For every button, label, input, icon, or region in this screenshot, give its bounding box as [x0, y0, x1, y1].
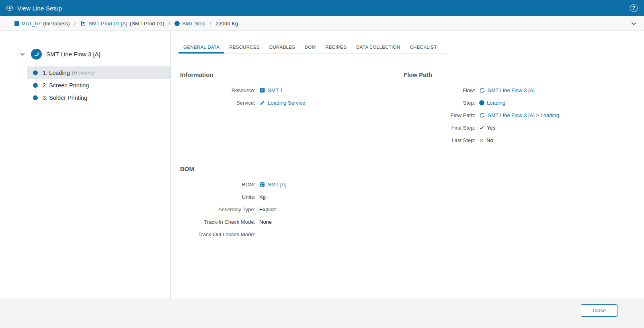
field-label: Units:: [180, 194, 255, 200]
track-in-check-mode-value: None: [259, 219, 272, 225]
tab-strip: GENERAL DATA RESOURCES DURABLES BOM RECI…: [178, 41, 446, 54]
breadcrumb-product-name: (SMT Prod-01): [130, 21, 164, 27]
field-label: Last Step:: [404, 137, 475, 143]
flow-step-label: 1. Loading: [43, 70, 70, 76]
flow-badge-icon: [31, 49, 42, 60]
resource-link[interactable]: SMT 1: [268, 87, 283, 93]
information-section: Information Resource: SMT 1 Servic: [180, 71, 404, 109]
product-icon: [80, 21, 86, 27]
close-button[interactable]: Close: [581, 304, 617, 317]
flow-icon: [479, 112, 485, 118]
breadcrumb: MAT_07 (InProcess) / SMT Prod-01 [A] (SM…: [14, 21, 238, 27]
last-step-row: Last Step: No: [404, 134, 644, 146]
field-label: Flow Path:: [404, 112, 475, 118]
flow-path-link[interactable]: SMT Line Flow 3 [A] > Loading: [488, 112, 559, 118]
track-in-check-mode-row: Track-In Check Mode: None: [180, 216, 404, 228]
first-step-row: First Step: Yes: [404, 122, 644, 134]
tab-general-data[interactable]: GENERAL DATA: [178, 41, 224, 53]
flow-step-label: 3. Solder Printing: [43, 95, 87, 101]
bom-section: BOM BOM: SMT [A] Units:: [180, 165, 404, 241]
flow-path-section: Flow Path Flow:: [404, 71, 644, 241]
flow-link[interactable]: SMT Line Flow 3 [A]: [488, 87, 535, 93]
flow-step-loading[interactable]: 1. Loading (Rework): [27, 66, 170, 79]
chevron-down-icon[interactable]: [19, 51, 26, 57]
breadcrumb-quantity: 22000 Kg: [215, 21, 238, 27]
field-label: BOM:: [180, 182, 255, 188]
resource-row: Resource: SMT 1: [180, 84, 404, 97]
assembly-type-row: Assembly Type: Explicit: [180, 203, 404, 216]
field-label: Step:: [404, 100, 475, 106]
resource-icon: [259, 87, 265, 93]
tab-recipes[interactable]: RECIPES: [320, 41, 351, 53]
section-title: Flow Path: [404, 71, 644, 78]
breadcrumb-material-state: (InProcess): [43, 21, 70, 27]
flow-step-sublabel: (Rework): [72, 70, 94, 76]
track-out-losses-mode-row: Track-Out Losses Mode:: [180, 228, 404, 241]
first-step-value: Yes: [487, 125, 495, 131]
field-label: Track-Out Losses Mode:: [180, 231, 255, 237]
dialog-footer: Close: [0, 299, 644, 328]
breadcrumb-step-link[interactable]: SMT Step: [182, 21, 205, 27]
detail-content: GENERAL DATA RESOURCES DURABLES BOM RECI…: [171, 31, 644, 299]
breadcrumb-separator: /: [74, 21, 76, 27]
service-link[interactable]: Loading Service: [268, 100, 305, 106]
flow-step-label: 2. Screen Printing: [43, 82, 89, 89]
field-label: Track-In Check Mode:: [180, 219, 255, 225]
view-line-setup-dialog: View Line Setup ? MAT_07 (InProcess) / S…: [0, 0, 644, 328]
breadcrumb-separator: /: [169, 21, 170, 27]
units-value: Kg: [259, 194, 266, 200]
flow-path-row: Flow Path: S: [404, 109, 644, 122]
left-column: Information Resource: SMT 1 Servic: [180, 71, 404, 241]
section-title: BOM: [180, 165, 404, 172]
general-data-panel: Information Resource: SMT 1 Servic: [174, 71, 644, 241]
field-label: Service:: [180, 100, 255, 106]
field-label: First Step:: [404, 125, 475, 131]
check-icon: [479, 125, 484, 130]
step-dot-icon: [33, 70, 38, 75]
step-icon: [479, 100, 484, 105]
service-row: Service: Loading Service: [180, 97, 404, 109]
breadcrumb-product-link[interactable]: SMT Prod-01 [A]: [88, 21, 127, 27]
step-link[interactable]: Loading: [487, 100, 505, 106]
breadcrumb-separator: /: [210, 21, 211, 27]
field-label: Flow:: [404, 87, 475, 93]
field-label: Assembly Type:: [180, 206, 255, 212]
tab-checklist[interactable]: CHECKLIST: [405, 41, 441, 53]
bom-row: BOM: SMT [A]: [180, 178, 404, 191]
chevron-down-icon[interactable]: [631, 21, 637, 27]
topbar: View Line Setup ?: [0, 0, 644, 16]
flow-tree-panel: SMT Line Flow 3 [A] 1. Loading (Rework) …: [0, 31, 171, 299]
page-title: View Line Setup: [17, 5, 62, 12]
breadcrumb-material-link[interactable]: MAT_07: [21, 21, 41, 27]
flow-steps-list: 1. Loading (Rework) 2. Screen Printing 3…: [27, 66, 170, 104]
tab-resources[interactable]: RESOURCES: [224, 41, 265, 53]
flow-step-screen-printing[interactable]: 2. Screen Printing: [27, 79, 170, 91]
assembly-type-value: Explicit: [259, 206, 276, 212]
bom-icon: [259, 182, 265, 188]
tab-durables[interactable]: DURABLES: [265, 41, 300, 53]
last-step-value: No: [486, 137, 493, 143]
bom-link[interactable]: SMT [A]: [268, 182, 287, 188]
tab-bom[interactable]: BOM: [300, 41, 320, 53]
tab-data-collection[interactable]: DATA COLLECTION: [351, 41, 405, 53]
material-icon: [14, 21, 19, 26]
flow-step-solder-printing[interactable]: 3. Solder Printing: [27, 91, 170, 104]
eye-icon: [6, 5, 14, 11]
field-label: Resource:: [180, 87, 255, 93]
section-title: Information: [180, 71, 404, 78]
units-row: Units: Kg: [180, 191, 404, 203]
step-row: Step: Loading: [404, 97, 644, 109]
flow-row: Flow: SMT Li: [404, 84, 644, 97]
breadcrumb-bar: MAT_07 (InProcess) / SMT Prod-01 [A] (SM…: [0, 16, 644, 31]
help-icon[interactable]: ?: [630, 4, 638, 12]
step-icon: [174, 21, 180, 26]
cross-icon: [479, 138, 484, 143]
tree-root-label: SMT Line Flow 3 [A]: [46, 51, 100, 58]
service-icon: [259, 100, 265, 106]
flow-icon: [479, 87, 485, 93]
main-area: SMT Line Flow 3 [A] 1. Loading (Rework) …: [0, 31, 644, 299]
step-dot-icon: [33, 95, 38, 100]
step-dot-icon: [33, 83, 38, 88]
tree-root-flow[interactable]: SMT Line Flow 3 [A]: [0, 48, 170, 60]
